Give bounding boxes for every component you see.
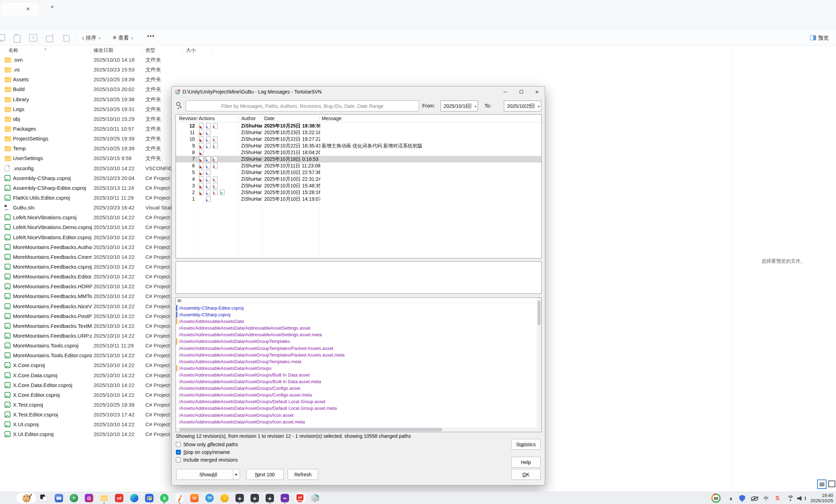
taskbar-icon-tp[interactable]: TP bbox=[204, 493, 215, 503]
vertical-scrollbar[interactable] bbox=[537, 298, 541, 432]
show-all-button[interactable]: Show All▶ bbox=[176, 469, 240, 480]
path-row[interactable]: /Assets/AddressableAssetsData/AssetGroup… bbox=[176, 398, 537, 405]
delete-icon[interactable] bbox=[62, 34, 70, 42]
ime-toolbar-window-icon[interactable] bbox=[828, 481, 835, 487]
path-row[interactable]: /Assets/AddressableAssetsData/AssetGroup… bbox=[176, 419, 537, 425]
taskbar-icon-youdao-active[interactable]: yd bbox=[295, 493, 305, 503]
wifi-icon[interactable] bbox=[786, 494, 795, 503]
path-row[interactable]: /Assets/AddressableAssetsData/AssetGroup… bbox=[176, 405, 537, 412]
sogou-input-icon[interactable]: S bbox=[774, 494, 781, 503]
tab-close-icon[interactable]: ✕ bbox=[25, 6, 31, 12]
taskbar-icon-youdao[interactable]: yd bbox=[114, 493, 124, 503]
header-revision[interactable]: Revision bbox=[179, 116, 198, 121]
dropdown-arrow-icon[interactable]: ▾ bbox=[474, 105, 476, 108]
path-row[interactable]: /Assets/AddressableAssetsData/AssetGroup… bbox=[176, 412, 537, 419]
revision-row[interactable]: 11ZiShuHan2025年10月23日 15:22:18 bbox=[176, 129, 541, 136]
dropdown-arrow-icon[interactable]: ▾ bbox=[538, 105, 540, 108]
taskbar-icon-unity-gray[interactable] bbox=[310, 493, 320, 503]
security-shield-icon[interactable] bbox=[739, 494, 746, 503]
scrollbar-thumb[interactable] bbox=[537, 301, 541, 325]
from-date-picker[interactable]: 2025/10/10 ▾ bbox=[440, 101, 478, 111]
path-row[interactable]: /Assembly-CSharp.csproj bbox=[176, 311, 537, 318]
ime-toolbar-list-icon[interactable] bbox=[817, 479, 827, 489]
taskbar-icon-unity-b[interactable]: ◈ bbox=[265, 493, 275, 503]
header-date[interactable]: Date bbox=[264, 116, 275, 121]
taskbar-icon-omega[interactable]: Ω bbox=[84, 493, 94, 503]
performance-tray-icon[interactable]: 89 bbox=[711, 493, 721, 503]
filter-search-icon[interactable] bbox=[176, 102, 180, 106]
dialog-title-bar[interactable]: D:\Unity\UnityProject\Mine\GuBu - Log Me… bbox=[172, 87, 545, 97]
ok-button[interactable]: OK bbox=[511, 469, 541, 480]
close-button[interactable]: × bbox=[529, 87, 545, 97]
taskbar-icon-vs[interactable]: ∞ bbox=[280, 493, 290, 503]
file-row[interactable]: .vs2025/10/23 15:53文件夹 bbox=[0, 65, 731, 75]
taskbar-icon-unity-a[interactable]: ◈ bbox=[249, 493, 260, 503]
horizontal-scrollbar[interactable] bbox=[176, 427, 537, 432]
preview-pane-divider[interactable] bbox=[731, 46, 731, 489]
maximize-button[interactable] bbox=[513, 87, 529, 97]
taskbar-icon-snipaste[interactable] bbox=[39, 493, 49, 503]
split-button-arrow-icon[interactable]: ▶ bbox=[233, 469, 240, 479]
log-message-pane[interactable] bbox=[176, 261, 542, 294]
path-row[interactable]: /Assets/AddressableAssetsData/AssetGroup… bbox=[176, 372, 537, 378]
refresh-button[interactable]: Refresh bbox=[288, 469, 318, 480]
rename-icon[interactable]: A bbox=[29, 34, 37, 42]
taskbar-icon-uu[interactable]: UI bbox=[189, 493, 200, 503]
column-date[interactable]: 修改日期 bbox=[94, 47, 113, 54]
header-author[interactable]: Author bbox=[241, 116, 256, 121]
share-icon[interactable] bbox=[46, 34, 54, 42]
taskbar-icon-globe[interactable]: ✈ bbox=[69, 493, 79, 503]
next-100-button[interactable]: Next 100 bbox=[246, 469, 283, 480]
revision-row[interactable]: 10ZiShuHan2025年10月22日 19:27:22 bbox=[176, 136, 541, 143]
path-row[interactable]: /Assets/AddressableAssetsData/AssetGroup… bbox=[176, 378, 537, 385]
taskbar-clock[interactable]: 19:40 2025/10/25 bbox=[810, 493, 833, 503]
taskbar-icon-edge[interactable] bbox=[129, 493, 139, 503]
paste-icon[interactable] bbox=[13, 34, 21, 42]
file-row[interactable]: .svn2025/10/10 14:18文件夹 bbox=[0, 55, 731, 65]
path-row[interactable]: /Assembly-CSharp-Editor.csproj bbox=[176, 305, 537, 311]
scrollbar-thumb[interactable] bbox=[179, 428, 442, 431]
taskbar-icon-music[interactable]: ♪ bbox=[219, 493, 230, 503]
path-row[interactable]: /Assets/AddressableAssetsData/AssetGroup… bbox=[176, 392, 537, 398]
column-size[interactable]: 大小 bbox=[186, 47, 196, 54]
path-row[interactable]: /Assets/AddressableAssetsData/AssetGroup… bbox=[176, 358, 537, 365]
revision-row[interactable]: 12ZiShuHan2025年10月25日 19:38:55 bbox=[176, 123, 541, 129]
column-divider[interactable] bbox=[143, 47, 143, 54]
header-message[interactable]: Message bbox=[322, 116, 342, 121]
sort-menu-button[interactable]: ↑↓ 排序 ∨ bbox=[81, 33, 101, 43]
column-divider[interactable] bbox=[182, 47, 183, 54]
preview-toggle[interactable]: 预览 bbox=[810, 33, 829, 43]
path-row[interactable]: /Assets/AddressableAssetsData/AssetGroup… bbox=[176, 365, 537, 372]
view-menu-button[interactable]: ≡ 查看 ∨ bbox=[113, 33, 133, 43]
checkbox[interactable]: ✓ bbox=[176, 450, 181, 455]
revision-row[interactable]: 7ZiShuHan2025年10月18日 0:16:53 bbox=[176, 156, 541, 163]
checkbox[interactable] bbox=[176, 442, 181, 447]
taskbar-icon-runner[interactable] bbox=[174, 493, 185, 503]
minimize-button[interactable] bbox=[498, 87, 513, 97]
revision-row[interactable]: 5ZiShuHan2025年10月10日 22:57:36 bbox=[176, 169, 541, 176]
taskbar-icon-remote[interactable] bbox=[54, 493, 64, 503]
taskbar-icon-palette[interactable] bbox=[21, 493, 32, 503]
column-name[interactable]: 名称 bbox=[8, 47, 18, 54]
column-divider[interactable] bbox=[90, 47, 90, 54]
more-options-icon[interactable]: ••• bbox=[147, 33, 155, 39]
filter-input[interactable]: Filter by Messages, Paths, Authors, Revi… bbox=[186, 101, 419, 111]
statistics-button[interactable]: Statistics bbox=[511, 439, 541, 450]
paths-column-header[interactable]: th bbox=[176, 298, 541, 304]
header-actions[interactable]: Actions bbox=[199, 116, 215, 121]
volume-icon[interactable] bbox=[797, 494, 806, 503]
tray-expand-icon[interactable]: ∧ bbox=[727, 494, 734, 503]
revision-row[interactable]: 4ZiShuHan2025年10月10日 22:31:24 bbox=[176, 176, 541, 182]
taskbar-icon-store[interactable] bbox=[144, 493, 155, 503]
taskbar-icon-unity-hub[interactable]: ◈ bbox=[234, 493, 245, 503]
help-button[interactable]: Help bbox=[511, 457, 541, 468]
taskbar-icon-explorer[interactable] bbox=[99, 493, 109, 503]
path-row[interactable]: /Assets/AddressableAssetsData/AssetGroup… bbox=[176, 385, 537, 392]
copy-icon[interactable] bbox=[0, 34, 6, 42]
revision-row[interactable]: 6ZiShuHan2025年10月11日 11:23:08 bbox=[176, 163, 541, 169]
file-row[interactable]: Assets2025/10/25 19:39文件夹 bbox=[0, 75, 731, 84]
dialog-checkbox[interactable]: Include merged revisions bbox=[176, 457, 238, 463]
checkbox[interactable] bbox=[176, 457, 181, 462]
revision-row[interactable]: 9ZiShuHan2025年10月22日 16:35:41新增主角动画 优化词条… bbox=[176, 143, 541, 149]
revision-row[interactable]: 3ZiShuHan2025年10月10日 15:48:35 bbox=[176, 182, 541, 189]
